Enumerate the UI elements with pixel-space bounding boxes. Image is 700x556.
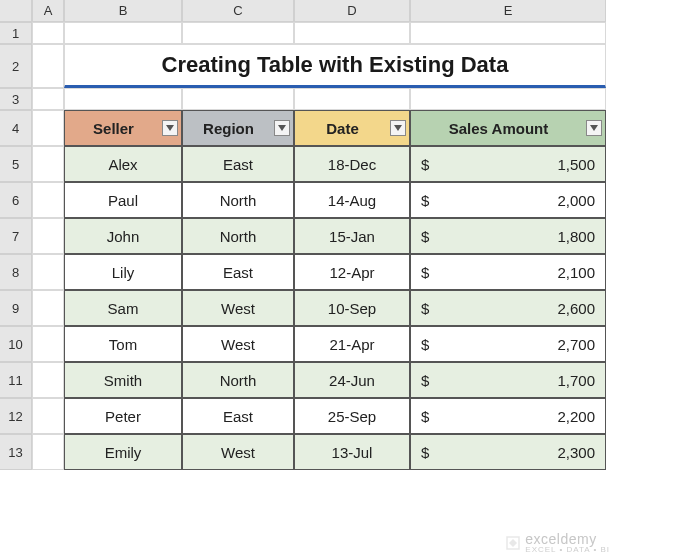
row-header-11[interactable]: 11 — [0, 362, 32, 398]
sales-value: 1,800 — [557, 228, 595, 245]
table-header-region[interactable]: Region — [182, 110, 294, 146]
filter-dropdown-region[interactable] — [274, 120, 290, 136]
table-row[interactable]: $1,500 — [410, 146, 606, 182]
table-row[interactable]: Smith — [64, 362, 182, 398]
col-header-B[interactable]: B — [64, 0, 182, 22]
cell-A12[interactable] — [32, 398, 64, 434]
cell-B1[interactable] — [64, 22, 182, 44]
row-header-9[interactable]: 9 — [0, 290, 32, 326]
table-header-sales[interactable]: Sales Amount — [410, 110, 606, 146]
currency-symbol: $ — [421, 300, 429, 317]
table-row[interactable]: Emily — [64, 434, 182, 470]
table-row[interactable]: North — [182, 218, 294, 254]
cell-E1[interactable] — [410, 22, 606, 44]
cell-B3[interactable] — [64, 88, 182, 110]
table-row[interactable]: East — [182, 398, 294, 434]
table-row[interactable]: Peter — [64, 398, 182, 434]
cell-A3[interactable] — [32, 88, 64, 110]
row-header-10[interactable]: 10 — [0, 326, 32, 362]
row-header-4[interactable]: 4 — [0, 110, 32, 146]
table-row[interactable]: East — [182, 146, 294, 182]
cell-A2[interactable] — [32, 44, 64, 88]
cell-D3[interactable] — [294, 88, 410, 110]
cell-C3[interactable] — [182, 88, 294, 110]
table-row[interactable]: $2,300 — [410, 434, 606, 470]
header-label-seller: Seller — [65, 120, 162, 137]
table-row[interactable]: Tom — [64, 326, 182, 362]
table-row[interactable]: North — [182, 362, 294, 398]
table-row[interactable]: 13-Jul — [294, 434, 410, 470]
row-header-13[interactable]: 13 — [0, 434, 32, 470]
currency-symbol: $ — [421, 264, 429, 281]
table-header-date[interactable]: Date — [294, 110, 410, 146]
table-row[interactable]: 10-Sep — [294, 290, 410, 326]
filter-dropdown-sales[interactable] — [586, 120, 602, 136]
table-row[interactable]: $2,100 — [410, 254, 606, 290]
cell-A4[interactable] — [32, 110, 64, 146]
filter-dropdown-date[interactable] — [390, 120, 406, 136]
select-all-corner[interactable] — [0, 0, 32, 22]
cell-A11[interactable] — [32, 362, 64, 398]
cell-A1[interactable] — [32, 22, 64, 44]
table-row[interactable]: West — [182, 434, 294, 470]
currency-symbol: $ — [421, 372, 429, 389]
table-row[interactable]: 25-Sep — [294, 398, 410, 434]
table-row[interactable]: 18-Dec — [294, 146, 410, 182]
table-row[interactable]: $1,800 — [410, 218, 606, 254]
sales-value: 2,600 — [557, 300, 595, 317]
col-header-D[interactable]: D — [294, 0, 410, 22]
table-row[interactable]: 21-Apr — [294, 326, 410, 362]
cell-A9[interactable] — [32, 290, 64, 326]
header-label-sales: Sales Amount — [411, 120, 586, 137]
table-row[interactable]: Lily — [64, 254, 182, 290]
table-row[interactable]: Alex — [64, 146, 182, 182]
row-header-6[interactable]: 6 — [0, 182, 32, 218]
table-row[interactable]: $2,700 — [410, 326, 606, 362]
cell-D1[interactable] — [294, 22, 410, 44]
filter-dropdown-seller[interactable] — [162, 120, 178, 136]
table-row[interactable]: 15-Jan — [294, 218, 410, 254]
table-row[interactable]: 12-Apr — [294, 254, 410, 290]
cell-A7[interactable] — [32, 218, 64, 254]
sales-value: 2,300 — [557, 444, 595, 461]
spreadsheet-grid: A B C D E 1 2 Creating Table with Existi… — [0, 0, 700, 470]
watermark-brand: exceldemy — [525, 532, 610, 546]
table-row[interactable]: East — [182, 254, 294, 290]
cell-A5[interactable] — [32, 146, 64, 182]
row-header-1[interactable]: 1 — [0, 22, 32, 44]
table-row[interactable]: John — [64, 218, 182, 254]
cell-A8[interactable] — [32, 254, 64, 290]
cell-A13[interactable] — [32, 434, 64, 470]
row-header-8[interactable]: 8 — [0, 254, 32, 290]
sales-value: 2,200 — [557, 408, 595, 425]
row-header-3[interactable]: 3 — [0, 88, 32, 110]
table-row[interactable]: West — [182, 326, 294, 362]
table-row[interactable]: North — [182, 182, 294, 218]
currency-symbol: $ — [421, 408, 429, 425]
table-row[interactable]: $1,700 — [410, 362, 606, 398]
table-row[interactable]: 14-Aug — [294, 182, 410, 218]
sales-value: 1,500 — [557, 156, 595, 173]
col-header-A[interactable]: A — [32, 0, 64, 22]
col-header-E[interactable]: E — [410, 0, 606, 22]
cell-A10[interactable] — [32, 326, 64, 362]
row-header-2[interactable]: 2 — [0, 44, 32, 88]
cell-A6[interactable] — [32, 182, 64, 218]
cell-E3[interactable] — [410, 88, 606, 110]
col-header-C[interactable]: C — [182, 0, 294, 22]
sales-value: 1,700 — [557, 372, 595, 389]
table-row[interactable]: 24-Jun — [294, 362, 410, 398]
header-label-date: Date — [295, 120, 390, 137]
row-header-12[interactable]: 12 — [0, 398, 32, 434]
table-row[interactable]: Paul — [64, 182, 182, 218]
table-row[interactable]: Sam — [64, 290, 182, 326]
page-title[interactable]: Creating Table with Existing Data — [64, 44, 606, 88]
table-header-seller[interactable]: Seller — [64, 110, 182, 146]
cell-C1[interactable] — [182, 22, 294, 44]
table-row[interactable]: $2,600 — [410, 290, 606, 326]
table-row[interactable]: $2,200 — [410, 398, 606, 434]
table-row[interactable]: $2,000 — [410, 182, 606, 218]
row-header-7[interactable]: 7 — [0, 218, 32, 254]
table-row[interactable]: West — [182, 290, 294, 326]
row-header-5[interactable]: 5 — [0, 146, 32, 182]
